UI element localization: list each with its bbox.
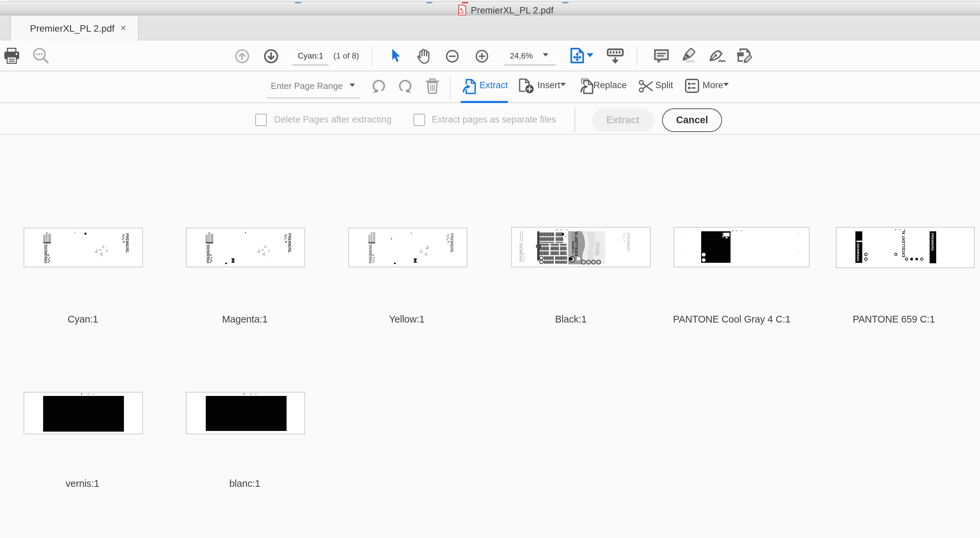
svg-text:PREMIERE.: PREMIERE.	[206, 243, 210, 263]
svg-text:PREMIERE.: PREMIERE.	[43, 243, 48, 263]
svg-text:PDF: PDF	[459, 12, 465, 15]
svg-text:PREMIERE.: PREMIERE.	[519, 242, 523, 262]
svg-text:EXCELLENT XL: EXCELLENT XL	[901, 230, 905, 257]
svg-text:PREMIERE.: PREMIERE.	[368, 243, 372, 263]
svg-text:KLUMPEND: KLUMPEND	[571, 241, 574, 253]
svg-text:PREMIERE.: PREMIERE.	[931, 233, 934, 252]
svg-text:EXCELLENT XL: EXCELLENT XL	[574, 231, 578, 256]
svg-text:PREMIERE.: PREMIERE.	[287, 233, 291, 253]
svg-text:PREMIERE.: PREMIERE.	[856, 243, 859, 261]
svg-text:PREMIERE.: PREMIERE.	[125, 233, 129, 253]
svg-text:PREMIERE.: PREMIERE.	[450, 233, 454, 253]
svg-text:PREMIERE.: PREMIERE.	[626, 233, 630, 252]
